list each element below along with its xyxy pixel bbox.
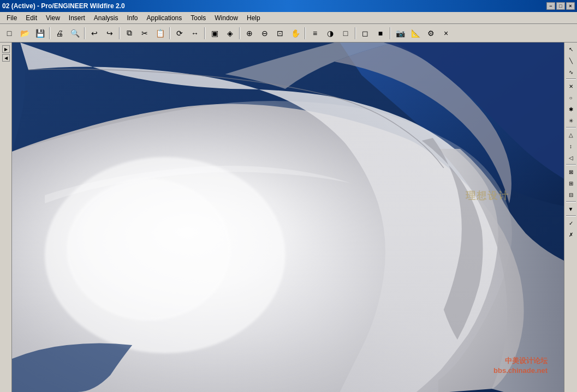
toolbar-separator [239,27,240,39]
surface-btn[interactable]: ◈ [223,26,237,40]
model-svg [12,43,564,392]
left-indicator-2[interactable]: ◀ [2,54,10,62]
close-toolbar-btn[interactable]: × [439,26,453,40]
toolbar-separator [169,27,170,39]
display-btn[interactable]: ◑ [323,26,337,40]
constraint-rt-btn[interactable]: ⊠ [566,166,576,177]
menu-item-tools[interactable]: Tools [186,13,210,23]
menu-item-file[interactable]: File [2,13,21,23]
maximize-button[interactable]: □ [556,2,565,10]
chevron-down-rt[interactable]: ▼ [566,203,576,214]
line-rt-btn[interactable]: ╲ [566,55,576,66]
menu-item-analysis[interactable]: Analysis [90,13,123,23]
spline-rt-btn[interactable]: ∿ [566,67,576,77]
pan-btn[interactable]: ✋ [288,26,302,40]
zoom-out-btn[interactable]: ⊖ [258,26,272,40]
toolbar: □📂💾🖨🔍↩↪⧉✂📋⟳↔▣◈⊕⊖⊡✋≡◑□◻■📷📐⚙× [0,24,577,43]
title-bar: 02 (Active) - Pro/ENGINEER Wildfire 2.0 … [0,0,577,12]
menu-bar: FileEditViewInsertAnalysisInfoApplicatio… [0,12,577,24]
viewport[interactable]: 理想设计 中美设计论坛bbs.chinade.net [12,43,564,392]
zoom-tool-btn[interactable]: 🔍 [68,26,82,40]
toolbar-separator [204,27,205,39]
sketch-btn[interactable]: ▣ [207,26,222,40]
measure-btn[interactable]: 📐 [408,26,423,40]
toolbar-separator [390,27,391,39]
capture-btn[interactable]: 📷 [393,26,407,40]
right-separator [566,201,576,202]
layers-btn[interactable]: ≡ [308,26,322,40]
circle-rt-btn[interactable]: ○ [566,92,576,103]
save-btn[interactable]: 💾 [33,26,47,40]
print-btn[interactable]: 🖨 [52,26,67,40]
close-button[interactable]: × [566,2,575,10]
menu-item-window[interactable]: Window [210,13,242,23]
orient-btn[interactable]: ⟳ [172,26,187,40]
svg-point-2 [67,179,230,321]
menu-item-insert[interactable]: Insert [64,13,90,23]
toolbar-separator [355,27,356,39]
settings-btn[interactable]: ⚙ [424,26,438,40]
left-indicator-1[interactable]: ▶ [2,45,10,53]
toolbar-separator [119,27,120,39]
menu-item-view[interactable]: View [41,13,64,23]
main-area: ▶ ◀ [0,43,577,392]
zoom-in-btn[interactable]: ⊕ [242,26,257,40]
menu-item-applications[interactable]: Applications [142,13,187,23]
new-btn[interactable]: □ [2,26,16,40]
menu-item-info[interactable]: Info [123,13,142,23]
minus-rt-btn[interactable]: ⊟ [566,189,576,200]
right-separator [566,127,576,128]
mirror-btn[interactable]: ↔ [188,26,202,40]
minimize-button[interactable]: − [546,2,555,10]
title-text: 02 (Active) - Pro/ENGINEER Wildfire 2.0 [2,2,125,10]
menu-item-edit[interactable]: Edit [21,13,41,23]
cancel-rt-btn[interactable]: ✗ [566,229,576,240]
star-rt-btn[interactable]: ✱ [566,104,576,114]
grid-rt-btn[interactable]: ⊞ [566,178,576,189]
asterisk-rt-btn[interactable]: ✳ [566,115,576,126]
triangle-rt-btn[interactable]: △ [566,129,576,140]
select-rt-btn[interactable]: ↖ [566,44,576,55]
undo-btn[interactable]: ↩ [87,26,102,40]
right-separator [566,164,576,165]
toolbar-separator [84,27,85,39]
open-btn[interactable]: 📂 [17,26,32,40]
accept-rt-btn[interactable]: ✓ [566,218,576,228]
arrow-rt-btn[interactable]: ◁ [566,152,576,163]
menu-item-help[interactable]: Help [242,13,265,23]
zoom-fit-btn[interactable]: ⊡ [273,26,287,40]
wireframe-btn[interactable]: □ [338,26,353,40]
paste-btn[interactable]: 📋 [153,26,167,40]
right-separator [566,215,576,216]
model-display-btn[interactable]: ◻ [358,26,372,40]
toolbar-separator [305,27,306,39]
copy-btn[interactable]: ⧉ [122,26,136,40]
right-separator [566,79,576,80]
close-rt-btn[interactable]: ✕ [566,81,576,92]
toolbar-separator [49,27,50,39]
redo-btn[interactable]: ↪ [103,26,117,40]
left-panel: ▶ ◀ [0,43,12,392]
cut-btn[interactable]: ✂ [138,26,152,40]
model-canvas: 理想设计 中美设计论坛bbs.chinade.net [12,43,564,392]
shading-btn[interactable]: ■ [373,26,388,40]
axis-rt-btn[interactable]: ↕ [566,141,576,152]
title-bar-buttons: − □ × [546,2,575,10]
right-toolbar: ↖╲∿✕○✱✳△↕◁⊠⊞⊟▼✓✗ [564,43,577,392]
